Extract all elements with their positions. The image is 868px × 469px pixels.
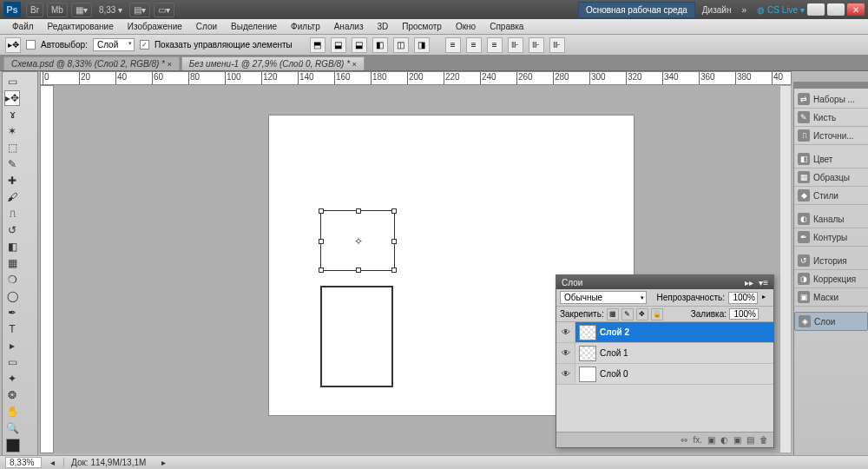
path-select-tool[interactable]: ▸	[4, 338, 20, 353]
align-top-button[interactable]: ⬒	[310, 37, 326, 53]
dist-top-button[interactable]: ≡	[445, 37, 461, 53]
resize-handle-s[interactable]	[356, 268, 361, 273]
menu-help[interactable]: Справка	[483, 22, 530, 31]
doc-info-menu-button[interactable]: ▸	[161, 458, 166, 467]
zoom-display[interactable]: 8,33 ▾	[95, 3, 126, 17]
visibility-toggle-icon[interactable]: 👁	[556, 322, 575, 342]
document-tab[interactable]: Без имени-1 @ 27,9% (Слой 0, RGB/8) * ×	[181, 56, 365, 70]
3d-camera-tool[interactable]: ❂	[4, 387, 20, 403]
workspace-design-button[interactable]: Дизайн	[695, 3, 739, 17]
lock-transparency-button[interactable]: ▦	[607, 308, 619, 320]
resize-handle-ne[interactable]	[391, 208, 397, 214]
panel-masks[interactable]: ▣Маски	[794, 288, 868, 307]
lock-pixels-button[interactable]: ✎	[621, 308, 634, 320]
layer-name[interactable]: Слой 0	[600, 369, 628, 379]
opacity-input[interactable]: 100%	[728, 292, 758, 304]
shape-rect[interactable]	[320, 286, 393, 387]
show-controls-checkbox[interactable]: ✓	[140, 40, 149, 50]
doc-info[interactable]: Док: 114,9M/13,1M	[63, 458, 153, 467]
collapse-icon[interactable]: ▸▸	[745, 278, 753, 287]
fill-input[interactable]: 100%	[729, 308, 759, 320]
layer-name[interactable]: Слой 2	[600, 327, 629, 337]
adjustment-layer-button[interactable]: ◐	[720, 435, 728, 445]
move-tool[interactable]: ▸✥	[4, 90, 20, 106]
align-right-button[interactable]: ◨	[414, 37, 430, 53]
panel-adjustments[interactable]: ◑Коррекция	[794, 270, 868, 288]
align-bottom-button[interactable]: ⬓	[352, 37, 367, 53]
dist-right-button[interactable]: ⊪	[549, 37, 565, 53]
lasso-tool[interactable]: ɤ	[4, 107, 20, 122]
align-left-button[interactable]: ◧	[372, 37, 388, 53]
panel-history[interactable]: ↺История	[794, 252, 868, 270]
resize-handle-n[interactable]	[356, 208, 361, 214]
minibridge-button[interactable]: Mb	[47, 3, 68, 17]
dist-bottom-button[interactable]: ≡	[487, 37, 503, 53]
menu-edit[interactable]: Редактирование	[41, 22, 121, 31]
bridge-button[interactable]: Br	[26, 3, 43, 17]
layer-name[interactable]: Слой 1	[600, 348, 628, 358]
move-tool-icon[interactable]: ▸✥	[5, 37, 21, 53]
brush-tool[interactable]: 🖌	[4, 189, 20, 205]
panel-styles[interactable]: ◆Стили	[794, 187, 868, 205]
panel-color[interactable]: ◧Цвет	[794, 150, 868, 168]
dist-left-button[interactable]: ⊪	[508, 37, 523, 53]
menu-filter[interactable]: Фильтр	[284, 22, 327, 31]
panel-paths[interactable]: ✒Контуры	[794, 228, 868, 247]
zoom-input[interactable]: 8,33%	[5, 457, 42, 468]
dock-grip[interactable]	[794, 82, 868, 89]
layer-thumbnail[interactable]	[579, 367, 596, 382]
resize-handle-sw[interactable]	[319, 268, 324, 273]
new-layer-button[interactable]: ▤	[746, 435, 754, 445]
delete-layer-button[interactable]: 🗑	[760, 435, 768, 445]
history-brush-tool[interactable]: ↺	[4, 222, 20, 238]
autoselect-checkbox[interactable]	[26, 40, 36, 50]
menu-analysis[interactable]: Анализ	[327, 22, 371, 31]
window-close-button[interactable]: ✕	[847, 3, 865, 16]
ruler-horizontal[interactable]: 0 20 40 60 80 100 120 140 160 180 200 22…	[40, 71, 792, 85]
lock-all-button[interactable]: 🔒	[651, 308, 663, 320]
layer-row[interactable]: 👁 Слой 2	[556, 322, 773, 343]
arrange-button[interactable]: ▤▾	[129, 3, 150, 17]
dodge-tool[interactable]: ◯	[4, 288, 20, 304]
panel-layers[interactable]: ◈Слои	[794, 312, 868, 331]
hand-tool[interactable]: ✋	[4, 404, 20, 419]
menu-layer[interactable]: Слои	[189, 22, 224, 31]
panel-clone-source[interactable]: ⎍Источни...	[794, 127, 868, 145]
stamp-tool[interactable]: ⎍	[4, 206, 20, 221]
shape-tool[interactable]: ▭	[4, 354, 20, 370]
layers-panel[interactable]: Слои ▸▸ ▾≡ Обычные Непрозрачность: 100% …	[556, 274, 774, 448]
panel-tool-presets[interactable]: ⇄Наборы ...	[794, 90, 868, 109]
cslive-button[interactable]: ◍CS Live▾	[757, 5, 805, 15]
dist-hcenter-button[interactable]: ⊪	[529, 37, 544, 53]
zoom-tool[interactable]: 🔍	[4, 420, 20, 436]
resize-handle-nw[interactable]	[319, 208, 324, 214]
visibility-toggle-icon[interactable]: 👁	[556, 364, 575, 384]
menu-file[interactable]: Файл	[5, 22, 41, 31]
foreground-color-swatch[interactable]	[6, 439, 20, 452]
visibility-toggle-icon[interactable]: 👁	[556, 343, 575, 363]
window-minimize-button[interactable]: —	[807, 3, 825, 16]
panel-channels[interactable]: ◐Каналы	[794, 210, 868, 228]
panel-brush[interactable]: ✎Кисть	[794, 109, 868, 127]
menu-select[interactable]: Выделение	[224, 22, 284, 31]
healing-tool[interactable]: ✚	[4, 173, 20, 188]
dist-vcenter-button[interactable]: ≡	[466, 37, 482, 53]
ruler-vertical[interactable]	[40, 85, 54, 453]
window-maximize-button[interactable]: ▣	[827, 3, 845, 16]
selected-shape[interactable]: ✧	[320, 210, 395, 271]
3d-tool[interactable]: ✦	[4, 371, 20, 386]
pen-tool[interactable]: ✒	[4, 305, 20, 320]
link-layers-button[interactable]: ⇔	[681, 435, 687, 445]
scroll-left-button[interactable]: ◂	[50, 458, 55, 467]
lock-position-button[interactable]: ✥	[636, 308, 648, 320]
align-hcenter-button[interactable]: ◫	[393, 37, 409, 53]
layer-row[interactable]: 👁 Слой 0	[556, 364, 773, 385]
resize-handle-se[interactable]	[391, 268, 397, 273]
menu-window[interactable]: Окно	[449, 22, 483, 31]
blend-mode-dropdown[interactable]: Обычные	[560, 291, 647, 304]
layer-style-button[interactable]: fx.	[693, 435, 702, 445]
eraser-tool[interactable]: ◧	[4, 239, 20, 254]
marquee-tool[interactable]: ▭	[4, 74, 20, 89]
layer-mask-button[interactable]: ▣	[707, 435, 715, 445]
view-extras-button[interactable]: ▦▾	[71, 3, 92, 17]
